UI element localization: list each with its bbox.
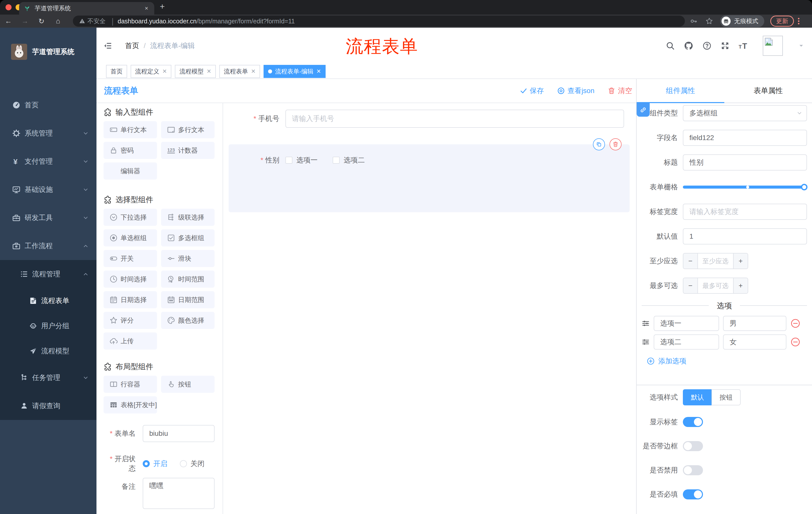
stepper-minus-button[interactable]: −	[684, 253, 698, 269]
component-counter[interactable]: 123计数器	[161, 142, 214, 159]
required-toggle[interactable]	[683, 489, 703, 499]
border-toggle[interactable]	[683, 441, 703, 451]
tab-form-props[interactable]: 表单属性	[724, 79, 812, 103]
caret-down-icon[interactable]	[799, 43, 804, 49]
drag-handle-icon[interactable]	[642, 319, 650, 327]
remove-option-icon[interactable]	[790, 337, 801, 347]
sidebar-item-devtools[interactable]: 研发工具	[0, 204, 96, 232]
option-label-input[interactable]	[654, 334, 719, 350]
back-button[interactable]: ←	[0, 17, 17, 25]
reload-button[interactable]: ↻	[33, 17, 50, 25]
copy-component-button[interactable]	[593, 138, 605, 151]
max-select-stepper[interactable]: − 最多可选 +	[683, 278, 748, 294]
component-multi-text[interactable]: 多行文本	[161, 121, 214, 138]
component-password[interactable]: 密码	[104, 142, 157, 159]
sidebar-item-home[interactable]: 首页	[0, 91, 96, 119]
component-rate[interactable]: 评分	[104, 312, 157, 329]
clear-button[interactable]: 清空	[608, 86, 632, 96]
sidebar-item-user-group[interactable]: 用户分组	[0, 313, 96, 339]
github-icon[interactable]	[684, 41, 693, 51]
component-type-select[interactable]: 多选框组	[683, 105, 807, 121]
title-input[interactable]	[683, 154, 807, 170]
max-select-placeholder[interactable]: 最多可选	[698, 278, 733, 293]
sidebar-item-payment[interactable]: ¥ 支付管理	[0, 147, 96, 175]
stepper-minus-button[interactable]: −	[684, 278, 698, 293]
stepper-plus-button[interactable]: +	[733, 253, 748, 269]
status-off-radio[interactable]	[180, 460, 187, 467]
tag-close-icon[interactable]: ✕	[162, 68, 167, 75]
component-editor[interactable]: 编辑器	[104, 162, 157, 180]
show-label-toggle[interactable]	[683, 417, 703, 427]
grid-slider[interactable]	[683, 186, 803, 189]
new-tab-button[interactable]: +	[160, 1, 165, 11]
gender-option-1[interactable]: 选项一	[285, 155, 318, 165]
tag-process-definition[interactable]: 流程定义✕	[130, 65, 171, 78]
breadcrumb-home[interactable]: 首页	[125, 41, 139, 51]
avatar-broken-image[interactable]	[763, 36, 783, 56]
option-label-input[interactable]	[654, 316, 719, 331]
option-value-input[interactable]	[723, 334, 786, 350]
status-on-radio[interactable]	[143, 460, 150, 467]
view-json-button[interactable]: 查看json	[557, 86, 594, 96]
disabled-toggle[interactable]	[683, 465, 703, 475]
remark-textarea[interactable]: 嘿嘿	[143, 478, 214, 509]
label-width-input[interactable]	[683, 204, 807, 220]
min-select-placeholder[interactable]: 至少应选	[698, 253, 733, 269]
browser-tab[interactable]: 芋道管理系统 ×	[19, 2, 154, 15]
drag-handle-icon[interactable]	[642, 338, 650, 346]
link-handle[interactable]	[637, 103, 650, 117]
canvas-selected-gender-field[interactable]: 性别 选项一 选项二	[229, 144, 630, 212]
home-button[interactable]: ⌂	[50, 17, 66, 25]
default-value-input[interactable]	[683, 228, 807, 244]
save-button[interactable]: 保存	[520, 86, 544, 96]
status-on-label[interactable]: 开启	[153, 459, 167, 468]
tag-process-form[interactable]: 流程表单✕	[219, 65, 260, 78]
sidebar-item-system[interactable]: 系统管理	[0, 119, 96, 147]
component-button[interactable]: 按钮	[161, 376, 214, 393]
password-key-icon[interactable]	[690, 17, 697, 25]
sidebar-logo[interactable]: 芋道管理系统	[0, 28, 96, 76]
form-name-input[interactable]	[143, 425, 214, 442]
component-select[interactable]: 下拉选择	[104, 209, 157, 226]
gender-option-2[interactable]: 选项二	[332, 155, 365, 165]
component-slider[interactable]: 滑块	[161, 250, 214, 267]
style-button-button[interactable]: 按钮	[712, 389, 741, 405]
search-icon[interactable]	[666, 41, 675, 50]
status-off-label[interactable]: 关闭	[191, 459, 204, 468]
component-color-picker[interactable]: 颜色选择	[161, 312, 214, 329]
style-default-button[interactable]: 默认	[683, 389, 712, 405]
close-window-button[interactable]	[5, 4, 11, 10]
checkbox-icon[interactable]	[332, 157, 340, 164]
component-time-picker[interactable]: 时间选择	[104, 271, 157, 288]
tag-close-icon[interactable]: ✕	[316, 68, 321, 75]
remove-option-icon[interactable]	[790, 318, 801, 328]
min-select-stepper[interactable]: − 至少应选 +	[683, 253, 748, 269]
tag-home[interactable]: 首页	[106, 65, 127, 78]
tag-close-icon[interactable]: ✕	[251, 68, 256, 75]
component-time-range[interactable]: 时间范围	[161, 271, 214, 288]
component-date-range[interactable]: 日期范围	[161, 291, 214, 308]
option-value-input[interactable]	[723, 316, 786, 331]
component-date-picker[interactable]: 日期选择	[104, 291, 157, 308]
forward-button[interactable]: →	[17, 17, 33, 25]
address-bar[interactable]: 不安全 | dashboard.yudao.iocoder.cn/bpm/man…	[73, 16, 685, 27]
canvas-phone-field[interactable]: 手机号	[223, 110, 624, 128]
sidebar-item-process-mgmt[interactable]: 流程管理	[0, 260, 96, 288]
bookmark-star-icon[interactable]	[705, 17, 713, 25]
sidebar-item-task-mgmt[interactable]: 任务管理	[0, 363, 96, 392]
tab-component-props[interactable]: 组件属性	[637, 79, 724, 103]
update-button[interactable]: 更新	[770, 16, 794, 27]
component-switch[interactable]: 开关	[104, 250, 157, 267]
tab-close-icon[interactable]: ×	[143, 5, 150, 12]
delete-component-button[interactable]	[609, 138, 621, 151]
component-upload[interactable]: 上传	[104, 332, 157, 350]
browser-menu-icon[interactable]	[798, 18, 800, 24]
fullscreen-icon[interactable]	[721, 41, 730, 50]
sidebar-item-leave-query[interactable]: 请假查询	[0, 392, 96, 420]
help-icon[interactable]	[702, 41, 712, 50]
component-table-dev[interactable]: 表格[开发中]	[104, 396, 157, 413]
component-checkbox-group[interactable]: 多选框组	[161, 229, 214, 246]
component-single-text[interactable]: 单行文本	[104, 121, 157, 138]
hamburger-fold-icon[interactable]	[104, 42, 112, 50]
tag-process-model[interactable]: 流程模型✕	[175, 65, 215, 78]
